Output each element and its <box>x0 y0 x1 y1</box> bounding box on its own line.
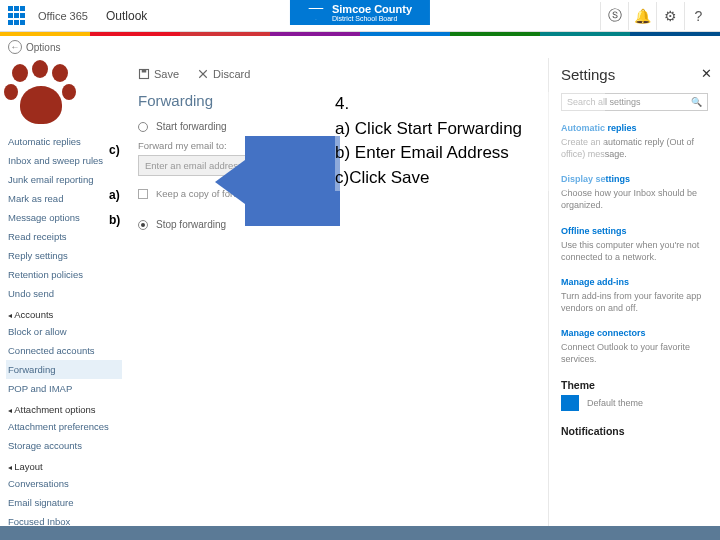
help-icon[interactable]: ? <box>684 2 712 30</box>
nav-section-layout[interactable]: Layout <box>6 455 122 474</box>
notifications-icon[interactable]: 🔔 <box>628 2 656 30</box>
nav-pop-imap[interactable]: POP and IMAP <box>6 379 122 398</box>
bottom-bar <box>0 526 720 540</box>
label-b: b) <box>109 213 120 227</box>
skype-icon[interactable]: ⓢ <box>600 2 628 30</box>
toolbar: Save Discard <box>132 64 339 90</box>
page-heading: Forwarding <box>132 90 339 117</box>
nav-undo[interactable]: Undo send <box>6 284 122 303</box>
nav-msg-options[interactable]: Message options <box>6 208 122 227</box>
set-addins-desc: Turn add-ins from your favorite app vend… <box>561 290 708 314</box>
content-pane: Save Discard Forwarding Start forwarding… <box>128 58 343 540</box>
set-connectors-desc: Connect Outlook to your favorite service… <box>561 341 708 365</box>
instr-line-0: 4. <box>335 92 605 117</box>
set-offline[interactable]: Offline settings <box>561 226 708 236</box>
brand-outlook: Outlook <box>106 9 147 23</box>
brand-office365: Office 365 <box>38 10 88 22</box>
nav-retention[interactable]: Retention policies <box>6 265 122 284</box>
discard-button[interactable]: Discard <box>197 68 250 80</box>
search-icon: 🔍 <box>691 97 702 107</box>
start-forwarding-row[interactable]: Start forwarding <box>132 117 339 136</box>
nav-connected[interactable]: Connected accounts <box>6 341 122 360</box>
svg-rect-1 <box>142 70 147 73</box>
org-banner: Simcoe County District School Board <box>290 0 430 25</box>
nav-storage[interactable]: Storage accounts <box>6 436 122 455</box>
nav-read-receipts[interactable]: Read receipts <box>6 227 122 246</box>
nav-junk[interactable]: Junk email reporting <box>6 170 122 189</box>
keep-copy-checkbox[interactable] <box>138 189 148 199</box>
nav-mark-read[interactable]: Mark as read <box>6 189 122 208</box>
nav-section-accounts[interactable]: Accounts <box>6 303 122 322</box>
callout-arrow <box>215 136 340 226</box>
theme-value: Default theme <box>587 397 643 409</box>
save-button[interactable]: Save <box>138 68 179 80</box>
left-nav: Automatic replies Inbox and sweep rules … <box>0 58 128 540</box>
org-subtitle: District School Board <box>332 15 412 22</box>
app-launcher-icon[interactable] <box>8 6 28 26</box>
nav-inbox-rules[interactable]: Inbox and sweep rules <box>6 151 122 170</box>
org-logo-icon <box>308 6 326 20</box>
label-a: a) <box>109 188 120 202</box>
set-connectors[interactable]: Manage connectors <box>561 328 708 338</box>
set-addins[interactable]: Manage add-ins <box>561 277 708 287</box>
instr-line-3: c)Click Save <box>335 166 605 191</box>
theme-selector[interactable]: Default theme <box>561 395 708 411</box>
main-area: Automatic replies Inbox and sweep rules … <box>0 58 720 540</box>
nav-attach-pref[interactable]: Attachment preferences <box>6 417 122 436</box>
set-display-desc: Choose how your Inbox should be organize… <box>561 187 708 211</box>
nav-section-attach[interactable]: Attachment options <box>6 398 122 417</box>
save-icon <box>138 68 150 80</box>
settings-title: Settings <box>561 66 708 83</box>
nav-signature[interactable]: Email signature <box>6 493 122 512</box>
nav-conversations[interactable]: Conversations <box>6 474 122 493</box>
instruction-overlay: 4. a) Click Start Forwarding b) Enter Em… <box>335 92 605 191</box>
nav-auto-replies[interactable]: Automatic replies <box>6 132 122 151</box>
options-label: Options <box>26 42 60 53</box>
theme-swatch <box>561 395 579 411</box>
paw-logo-icon <box>6 64 76 128</box>
settings-gear-icon[interactable]: ⚙ <box>656 2 684 30</box>
nav-block[interactable]: Block or allow <box>6 322 122 341</box>
set-notifications: Notifications <box>561 425 708 437</box>
label-c: c) <box>109 143 120 157</box>
save-label: Save <box>154 68 179 80</box>
back-icon[interactable]: ← <box>8 40 22 54</box>
instr-line-1: a) Click Start Forwarding <box>335 117 605 142</box>
top-bar: Office 365 Outlook Simcoe County Distric… <box>0 0 720 32</box>
instr-line-2: b) Enter Email Address <box>335 141 605 166</box>
discard-label: Discard <box>213 68 250 80</box>
nav-forwarding[interactable]: Forwarding <box>6 360 122 379</box>
discard-icon <box>197 68 209 80</box>
nav-reply[interactable]: Reply settings <box>6 246 122 265</box>
start-radio[interactable] <box>138 122 148 132</box>
org-name: Simcoe County <box>332 3 412 15</box>
rainbow-stripe <box>0 32 720 36</box>
start-label: Start forwarding <box>156 121 227 132</box>
top-icons: ⓢ 🔔 ⚙ ? <box>600 2 712 30</box>
close-icon[interactable]: ✕ <box>701 66 712 81</box>
sub-bar: ← Options <box>0 36 720 58</box>
stop-radio[interactable] <box>138 220 148 230</box>
set-offline-desc: Use this computer when you're not connec… <box>561 239 708 263</box>
set-theme: Theme <box>561 379 708 391</box>
